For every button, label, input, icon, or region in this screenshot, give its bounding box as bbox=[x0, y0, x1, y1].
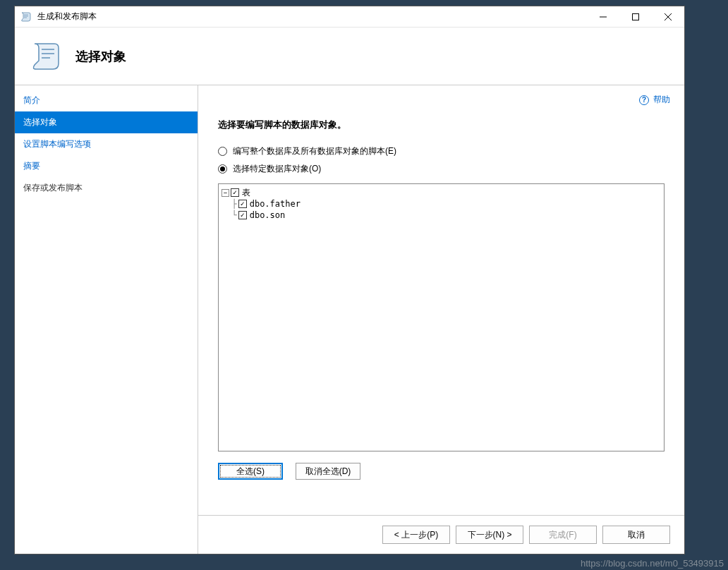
minimize-button[interactable] bbox=[587, 6, 619, 28]
maximize-button[interactable] bbox=[619, 6, 652, 28]
main-content: ? 帮助 选择要编写脚本的数据库对象。 编写整个数据库及所有数据库对象的脚本(E… bbox=[198, 85, 684, 554]
tree-line-icon: ├ bbox=[222, 198, 237, 210]
wizard-window: 生成和发布脚本 选择对象 简介 选择对象 设置脚本编写选项 摘要 保存或发布脚本… bbox=[14, 6, 685, 554]
wizard-footer: < 上一步(P) 下一步(N) > 完成(F) 取消 bbox=[198, 515, 684, 554]
sidebar: 简介 选择对象 设置脚本编写选项 摘要 保存或发布脚本 bbox=[15, 85, 198, 554]
tree-item[interactable]: ├ dbo.father bbox=[222, 198, 661, 210]
sidebar-item-intro[interactable]: 简介 bbox=[15, 90, 198, 111]
help-link[interactable]: 帮助 bbox=[653, 94, 670, 106]
page-title: 选择对象 bbox=[75, 48, 126, 65]
script-icon bbox=[29, 40, 63, 73]
radio-icon bbox=[218, 147, 227, 156]
object-tree[interactable]: − 表 ├ dbo.father └ dbo.son bbox=[218, 183, 665, 451]
finish-button: 完成(F) bbox=[529, 526, 597, 544]
sidebar-item-summary[interactable]: 摘要 bbox=[15, 155, 198, 177]
sidebar-item-select-objects[interactable]: 选择对象 bbox=[15, 111, 198, 133]
watermark: https://blog.csdn.net/m0_53493915 bbox=[581, 558, 724, 569]
checkbox[interactable] bbox=[238, 200, 247, 208]
radio-specific-label: 选择特定数据库对象(O) bbox=[233, 163, 321, 175]
sidebar-item-save-publish: 保存或发布脚本 bbox=[15, 177, 198, 199]
titlebar: 生成和发布脚本 bbox=[15, 6, 684, 28]
radio-icon bbox=[218, 164, 227, 174]
svg-rect-1 bbox=[633, 13, 639, 20]
selection-buttons: 全选(S) 取消全选(D) bbox=[198, 459, 684, 491]
checkbox[interactable] bbox=[231, 188, 239, 197]
checkbox[interactable] bbox=[238, 211, 247, 219]
next-button[interactable]: 下一步(N) > bbox=[456, 526, 523, 544]
collapse-icon[interactable]: − bbox=[222, 189, 229, 197]
radio-all-label: 编写整个数据库及所有数据库对象的脚本(E) bbox=[233, 145, 396, 157]
radio-script-all[interactable]: 编写整个数据库及所有数据库对象的脚本(E) bbox=[198, 142, 684, 160]
section-title: 选择要编写脚本的数据库对象。 bbox=[198, 106, 684, 142]
tree-root[interactable]: − 表 bbox=[222, 187, 661, 198]
tree-item-label: dbo.son bbox=[250, 210, 286, 221]
tree-item-label: dbo.father bbox=[250, 198, 301, 210]
app-icon bbox=[20, 11, 32, 23]
tree-line-icon: └ bbox=[222, 210, 237, 221]
body: 简介 选择对象 设置脚本编写选项 摘要 保存或发布脚本 ? 帮助 选择要编写脚本… bbox=[15, 85, 684, 554]
prev-button[interactable]: < 上一步(P) bbox=[382, 526, 450, 544]
tree-root-label: 表 bbox=[242, 187, 250, 198]
header-panel: 选择对象 bbox=[15, 28, 684, 85]
close-button[interactable] bbox=[652, 6, 684, 28]
help-row: ? 帮助 bbox=[198, 85, 684, 106]
select-all-button[interactable]: 全选(S) bbox=[218, 463, 283, 480]
help-icon: ? bbox=[639, 95, 649, 105]
deselect-all-button[interactable]: 取消全选(D) bbox=[296, 463, 360, 480]
radio-script-specific[interactable]: 选择特定数据库对象(O) bbox=[198, 160, 684, 178]
window-title: 生成和发布脚本 bbox=[37, 11, 587, 23]
cancel-button[interactable]: 取消 bbox=[602, 526, 670, 544]
sidebar-item-script-options[interactable]: 设置脚本编写选项 bbox=[15, 133, 198, 155]
tree-item[interactable]: └ dbo.son bbox=[222, 210, 661, 221]
